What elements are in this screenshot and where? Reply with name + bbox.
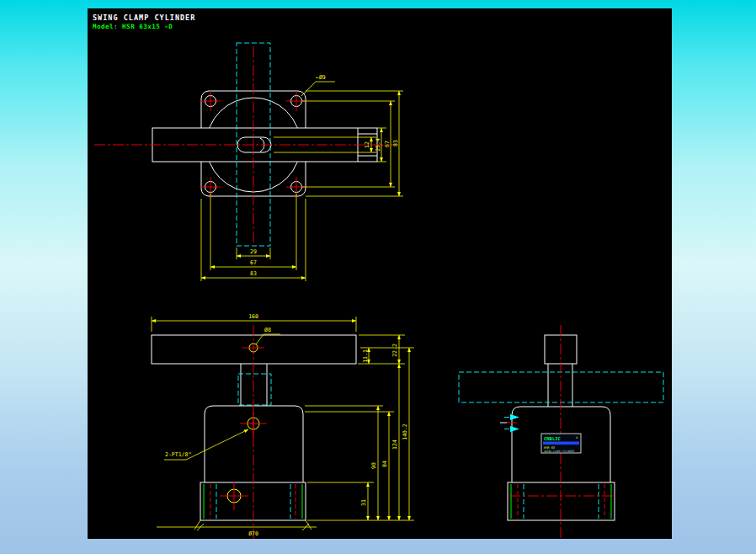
callout-dia8: Ø8 — [264, 327, 271, 333]
port-callout: 2-PT1/8" — [164, 429, 248, 460]
dim-22-2: 22.2 — [391, 344, 398, 357]
dim-67-v: 67 — [384, 141, 391, 147]
cad-drawing-svg: SWING CLAMP CYLINDER Model: HSR 63x15 -D — [88, 8, 672, 539]
port-arrows — [500, 414, 519, 432]
nameplate: CNBLIC ® HSR 63 SWING CLAMP CYLINDER — [541, 434, 581, 453]
nameplate-brand: CNBLIC — [544, 436, 561, 441]
dim-90: 90 — [370, 462, 377, 469]
nameplate-blue-bar — [543, 442, 579, 445]
dim-29: 29 — [250, 248, 257, 255]
port-arrow-icon — [510, 426, 519, 432]
dim-140-2: 140.2 — [402, 423, 408, 440]
dim-12: 12 — [364, 141, 370, 148]
swing-envelope-front — [238, 374, 271, 405]
dim-83-v: 83 — [392, 140, 399, 146]
cad-drawing-canvas[interactable]: SWING CLAMP CYLINDER Model: HSR 63x15 -D — [88, 8, 672, 539]
callout-port: 2-PT1/8" — [165, 451, 191, 458]
port-arrow-icon — [510, 414, 519, 420]
collar-dia-dim: Ø70 — [157, 520, 317, 537]
desktop-background: SWING CLAMP CYLINDER Model: HSR 63x15 -D — [0, 0, 756, 554]
front-dim-length: 160 — [152, 313, 356, 332]
title-block: SWING CLAMP CYLINDER Model: HSR 63x15 -D — [93, 13, 195, 30]
dim-dia70: Ø70 — [248, 530, 258, 537]
dim-124: 124 — [391, 439, 398, 450]
bolt-hole-callout: ←Ø9 — [301, 74, 335, 96]
side-view: CNBLIC ® HSR 63 SWING CLAMP CYLINDER — [459, 325, 663, 539]
dim-25-4: 25.4 — [375, 138, 381, 152]
clamp-arm-front — [152, 335, 356, 364]
nameplate-product: SWING CLAMP CYLINDER — [544, 450, 574, 453]
dim-84: 84 — [381, 461, 388, 467]
dim-31: 31 — [360, 499, 367, 506]
dim-11-1: 11.1 — [362, 349, 369, 363]
swing-envelope-side — [459, 372, 663, 402]
dim-160: 160 — [248, 313, 258, 320]
callout-dia9: ←Ø9 — [316, 74, 326, 81]
front-view: 160 Ø8 2-PT1/8" — [152, 313, 414, 539]
top-view: 29 67 83 12 — [94, 43, 403, 281]
dim-67-h: 67 — [250, 259, 257, 266]
dim-83-h: 83 — [250, 270, 257, 277]
drawing-model: Model: HSR 63x15 -D — [93, 23, 173, 30]
drawing-title: SWING CLAMP CYLINDER — [93, 13, 195, 22]
